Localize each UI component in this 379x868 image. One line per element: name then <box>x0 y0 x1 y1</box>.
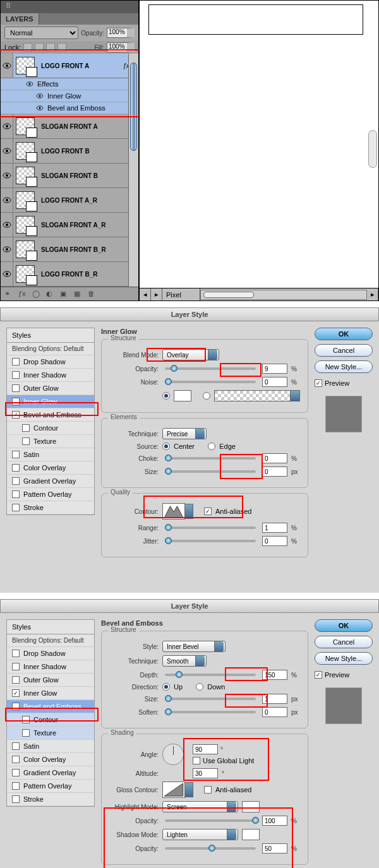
angle-dial[interactable] <box>162 744 184 765</box>
mask-thumbnail[interactable] <box>26 275 37 285</box>
layer-row[interactable]: LOGO FRONT A_R <box>1 188 138 213</box>
highlight-opacity-slider[interactable] <box>165 819 256 822</box>
layer-row[interactable]: SLOGAN FRONT B <box>1 163 138 188</box>
gloss-contour-picker[interactable] <box>162 782 185 798</box>
blending-options[interactable]: Blending Options: Default <box>7 634 94 647</box>
direction-up-radio[interactable] <box>162 683 170 691</box>
mask-thumbnail[interactable] <box>26 152 37 162</box>
link-layers-icon[interactable]: ⚭ <box>4 290 13 299</box>
antialiased-checkbox[interactable] <box>204 786 212 794</box>
layer-name[interactable]: LOGO FRONT A <box>37 62 123 69</box>
visibility-toggle[interactable] <box>1 114 13 138</box>
sb-arrow-icon[interactable]: ▸ <box>367 288 378 300</box>
lock-position-icon[interactable] <box>46 43 55 52</box>
mask-thumbnail[interactable] <box>26 201 37 211</box>
style-inner-shadow[interactable]: Inner Shadow <box>7 369 94 382</box>
shadow-color-swatch[interactable] <box>242 829 260 840</box>
style-inner-glow[interactable]: Inner Glow <box>7 687 94 700</box>
source-center-radio[interactable] <box>162 443 170 450</box>
size-slider[interactable] <box>165 698 256 700</box>
style-drop-shadow[interactable]: Drop Shadow <box>7 355 94 369</box>
depth-slider[interactable] <box>165 674 256 676</box>
style-outer-glow[interactable]: Outer Glow <box>7 674 94 687</box>
visibility-toggle[interactable] <box>1 188 13 212</box>
shadow-opacity-slider[interactable] <box>165 847 256 850</box>
layer-name[interactable]: SLOGAN FRONT B <box>37 172 138 179</box>
style-color-overlay[interactable]: Color Overlay <box>7 753 94 766</box>
layer-row[interactable]: LOGO FRONT B_R <box>1 262 138 287</box>
size-input[interactable] <box>262 467 287 477</box>
layer-name[interactable]: SLOGAN FRONT A <box>37 123 138 130</box>
visibility-toggle[interactable] <box>1 139 13 163</box>
adjustment-icon[interactable]: ◐ <box>46 290 55 299</box>
lock-paint-icon[interactable] <box>35 43 44 52</box>
style-inner-glow[interactable]: Inner Glow <box>7 395 94 408</box>
preview-checkbox[interactable] <box>315 671 322 679</box>
style-bevel-emboss[interactable]: Bevel and Emboss <box>7 408 94 422</box>
highlight-mode-dropdown[interactable]: Screen <box>162 801 238 812</box>
altitude-input[interactable] <box>193 768 218 778</box>
mask-thumbnail[interactable] <box>26 177 37 187</box>
soften-slider[interactable] <box>165 711 256 713</box>
vertical-scrollbar[interactable] <box>368 130 377 168</box>
unit-display[interactable]: Pixel <box>162 288 200 300</box>
panel-grip[interactable]: ⠿ <box>1 1 138 13</box>
effects-label[interactable]: Effects <box>37 80 58 88</box>
style-bevel-emboss[interactable]: Bevel and Emboss <box>7 700 94 713</box>
canvas-object[interactable] <box>148 4 363 35</box>
shadow-mode-dropdown[interactable]: Lighten <box>162 829 238 840</box>
style-contour[interactable]: Contour <box>7 422 94 435</box>
color-radio[interactable] <box>162 392 170 400</box>
horizontal-scrollbar[interactable] <box>200 290 367 300</box>
visibility-toggle[interactable] <box>36 105 44 110</box>
depth-input[interactable] <box>262 670 287 680</box>
visibility-toggle[interactable] <box>1 54 13 78</box>
style-inner-shadow[interactable]: Inner Shadow <box>7 660 94 674</box>
layers-tab[interactable]: LAYERS <box>1 13 39 25</box>
source-edge-radio[interactable] <box>208 443 215 450</box>
cancel-button[interactable]: Cancel <box>315 636 373 648</box>
style-stroke[interactable]: Stroke <box>7 501 94 514</box>
new-style-button[interactable]: New Style... <box>315 360 373 373</box>
style-drop-shadow[interactable]: Drop Shadow <box>7 647 94 660</box>
jitter-slider[interactable] <box>165 540 256 542</box>
sb-arrow-left-icon[interactable]: ◂ <box>140 288 151 300</box>
style-pattern-overlay[interactable]: Pattern Overlay <box>7 780 94 793</box>
style-texture[interactable]: Texture <box>7 435 94 448</box>
blend-mode-dropdown[interactable]: Overlay <box>162 349 219 360</box>
shadow-opacity-input[interactable] <box>262 843 287 853</box>
blending-options[interactable]: Blending Options: Default <box>7 343 94 355</box>
cancel-button[interactable]: Cancel <box>315 344 373 357</box>
size-input[interactable] <box>262 694 287 704</box>
effect-item[interactable]: Bevel and Emboss <box>47 104 105 112</box>
choke-slider[interactable] <box>165 457 256 460</box>
visibility-toggle[interactable] <box>1 262 13 286</box>
visibility-toggle[interactable] <box>26 81 33 86</box>
style-satin[interactable]: Satin <box>7 448 94 461</box>
choke-input[interactable] <box>262 453 287 463</box>
styles-header[interactable]: Styles <box>6 619 95 634</box>
mask-icon[interactable]: ◯ <box>32 290 41 299</box>
layers-scrollbar[interactable] <box>128 54 138 287</box>
noise-slider[interactable] <box>165 381 256 383</box>
layer-row[interactable]: LOGO FRONT B <box>1 139 138 163</box>
noise-input[interactable] <box>262 377 287 387</box>
style-stroke[interactable]: Stroke <box>7 793 94 806</box>
mask-thumbnail[interactable] <box>26 251 37 261</box>
style-dropdown[interactable]: Inner Bevel <box>162 641 226 652</box>
opacity-slider[interactable] <box>165 367 256 370</box>
mask-thumbnail[interactable] <box>26 226 37 236</box>
layer-name[interactable]: SLOGAN FRONT A_R <box>37 222 138 229</box>
style-contour[interactable]: Contour <box>7 713 94 727</box>
size-slider[interactable] <box>165 470 256 473</box>
layer-name[interactable]: LOGO FRONT B <box>37 148 138 155</box>
style-gradient-overlay[interactable]: Gradient Overlay <box>7 766 94 780</box>
color-swatch[interactable] <box>174 390 191 401</box>
layer-row[interactable]: SLOGAN FRONT A <box>1 114 138 139</box>
visibility-toggle[interactable] <box>1 237 13 261</box>
range-input[interactable] <box>262 523 287 533</box>
opacity-input[interactable] <box>262 364 287 374</box>
visibility-toggle[interactable] <box>1 213 13 237</box>
angle-input[interactable] <box>193 744 218 754</box>
ok-button[interactable]: OK <box>315 328 373 340</box>
